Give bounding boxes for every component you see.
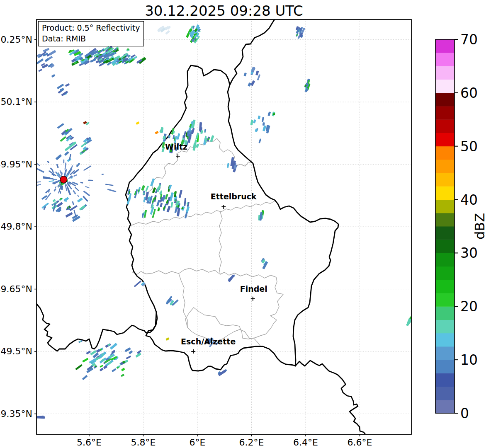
echo-streak: [63, 160, 64, 163]
x-tick-label: 6.6°E: [348, 437, 372, 448]
echo-streak: [141, 185, 145, 191]
echo-streak: [150, 178, 155, 186]
echo-streak: [263, 122, 265, 126]
colorbar-segment: [435, 39, 455, 53]
echo-streak: [50, 167, 53, 171]
x-tick-label: 5.6°E: [77, 437, 102, 448]
echo-streak: [69, 205, 78, 211]
y-tick-label: 50.1°N: [1, 97, 32, 107]
colorbar-segment: [435, 333, 455, 347]
city-cross-marker: [191, 349, 195, 354]
x-tick-label: 6°E: [190, 437, 206, 448]
canton-border: [146, 138, 253, 194]
echo-streak: [82, 358, 88, 362]
city-labels: WiltzEttelbruckFindelEsch/Alzette: [165, 142, 267, 354]
radar-echoes: [25, 24, 412, 419]
canton-border: [219, 212, 222, 274]
colorbar-unit-label: dBZ: [472, 213, 488, 240]
echo-streak: [47, 160, 49, 163]
city-label: Ettelbruck: [211, 192, 257, 201]
echo-streak: [53, 179, 57, 180]
colorbar-segment: [435, 240, 455, 253]
echo-streak: [258, 116, 260, 119]
y-tick-label: 49.95°N: [0, 159, 32, 170]
echo-streak: [126, 356, 131, 359]
colorbar-tick-label: 20: [460, 298, 478, 315]
echo-streak: [72, 201, 74, 205]
echo-streak: [196, 144, 199, 148]
echo-streak: [77, 194, 80, 197]
radar-site: [60, 176, 67, 183]
colorbar: 010203040506070dBZ: [435, 31, 488, 421]
city-cross-marker: [176, 154, 180, 158]
echo-streak: [174, 207, 177, 213]
echo-streak: [75, 364, 83, 371]
echo-streak: [129, 350, 133, 354]
echo-streak: [267, 111, 271, 116]
colorbar-tick-label: 40: [460, 192, 478, 208]
echo-streak: [134, 56, 137, 59]
echo-streak: [85, 186, 90, 189]
echo-streak: [51, 74, 56, 77]
echo-streak: [100, 368, 104, 371]
echo-streak: [36, 167, 44, 173]
colorbar-segment: [435, 280, 455, 293]
x-tick-label: 6.4°E: [293, 437, 318, 448]
echo-streak: [52, 199, 56, 202]
echo-streak: [255, 70, 259, 75]
echo-streak: [142, 213, 144, 218]
echo-streak: [65, 83, 70, 87]
echo-streak: [258, 138, 261, 143]
echo-streak: [166, 206, 171, 212]
echo-streak: [185, 212, 188, 219]
colorbar-segment: [435, 213, 455, 227]
echo-streak: [32, 175, 36, 177]
echo-streak: [194, 139, 197, 144]
echo-streak: [100, 365, 103, 368]
colorbar-segment: [435, 80, 455, 93]
echo-streak: [33, 184, 41, 186]
echo-streak: [60, 191, 61, 194]
echo-streak: [80, 182, 83, 184]
colorbar-segment: [435, 146, 455, 160]
echo-streak: [83, 196, 88, 202]
canton-border: [132, 271, 179, 274]
colorbar-segment: [435, 66, 455, 80]
colorbar-tick-label: 30: [460, 245, 478, 261]
axis-labels: 5.6°E5.8°E6°E6.2°E6.4°E6.6°E50.25°N50.1°…: [0, 34, 372, 448]
echo-streak: [54, 186, 56, 189]
echo-streak: [73, 174, 78, 177]
echo-streak: [250, 80, 255, 86]
colorbar-segment: [435, 173, 455, 186]
echo-streak: [57, 123, 64, 129]
echo-streak: [56, 154, 62, 160]
echo-streak: [102, 174, 104, 175]
city-label: Esch/Alzette: [181, 337, 236, 346]
echo-streak: [76, 163, 80, 167]
echo-streak: [165, 337, 169, 341]
echo-streak: [121, 368, 125, 371]
colorbar-segment: [435, 400, 455, 414]
echo-streak: [64, 151, 69, 156]
echo-streak: [90, 58, 96, 63]
echo-streak: [263, 125, 266, 131]
echo-streak: [73, 190, 76, 195]
echo-streak: [77, 198, 83, 203]
colorbar-segment: [435, 53, 455, 66]
city-label: Findel: [240, 284, 267, 293]
colorbar-segment: [435, 200, 455, 213]
colorbar-segment: [435, 133, 455, 147]
colorbar-segment: [435, 346, 455, 360]
echo-streak: [83, 191, 90, 196]
colorbar-segment: [435, 306, 455, 320]
y-tick-label: 50.25°N: [0, 34, 32, 45]
echo-streak: [38, 69, 42, 72]
echo-streak: [253, 119, 256, 124]
colorbar-segment: [435, 106, 455, 120]
echo-streak: [105, 184, 114, 186]
radar-map-canvas: WiltzEttelbruckFindelEsch/Alzette5.6°E5.…: [0, 0, 491, 448]
colorbar-segment: [435, 373, 455, 387]
colorbar-segment: [435, 320, 455, 334]
colorbar-segment: [435, 266, 455, 280]
echo-streak: [43, 48, 50, 52]
